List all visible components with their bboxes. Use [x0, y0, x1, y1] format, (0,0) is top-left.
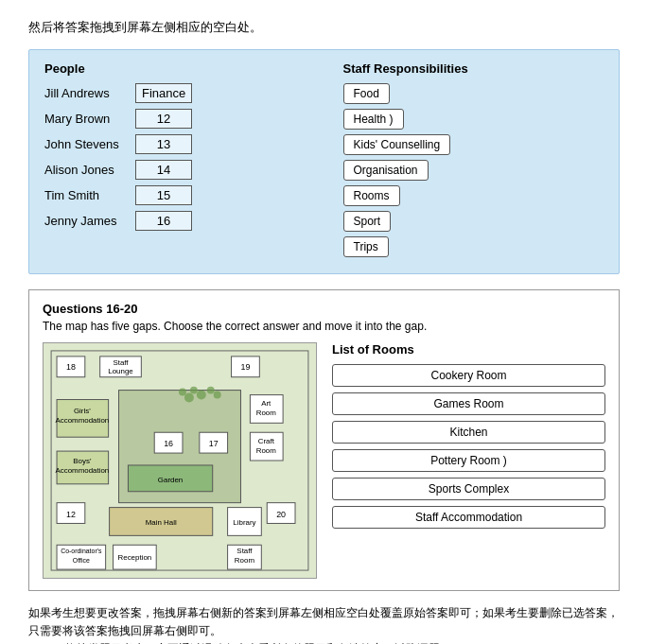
staff-header: Staff Responsibilities	[343, 61, 604, 76]
people-header: People	[44, 61, 306, 76]
person-row: Alison Jones 14	[44, 160, 306, 180]
svg-text:Craft: Craft	[258, 437, 275, 445]
svg-text:Garden: Garden	[158, 476, 183, 484]
map-area: 18 Staff Lounge 19 Girls' Accommodation …	[43, 342, 317, 579]
answer-box[interactable]: 16	[135, 211, 192, 231]
svg-text:Reception: Reception	[118, 553, 152, 562]
svg-text:Accommodation: Accommodation	[55, 466, 109, 475]
staff-accommodation-btn[interactable]: Staff Accommodation	[332, 506, 605, 529]
svg-text:18: 18	[66, 362, 76, 372]
svg-text:Main Hall: Main Hall	[146, 518, 177, 527]
rooms-header: List of Rooms	[332, 342, 605, 357]
svg-text:20: 20	[276, 510, 286, 519]
svg-point-47	[184, 393, 194, 403]
questions-title: Questions 16-20	[43, 302, 605, 316]
person-name: Mary Brown	[44, 112, 130, 126]
answer-box[interactable]: 14	[135, 160, 192, 180]
answer-box[interactable]: 13	[135, 134, 192, 154]
svg-text:Staff: Staff	[236, 547, 253, 555]
answer-box[interactable]: 12	[135, 109, 192, 129]
footer: 如果考生想要更改答案，拖拽屏幕右侧新的答案到屏幕左侧相应空白处覆盖原始答案即可；…	[28, 604, 620, 644]
person-row: Tim Smith 15	[44, 185, 306, 205]
svg-point-48	[179, 389, 186, 396]
footer-line2: TIPS：拖拽类题目考生一定要通过滑动条来查看所有的题目和备选答案，以防漏题。	[28, 640, 620, 644]
kitchen-btn[interactable]: Kitchen	[332, 421, 605, 444]
responsibility-tag[interactable]: Trips	[343, 236, 389, 257]
svg-text:Staff: Staff	[113, 358, 129, 367]
sports-complex-btn[interactable]: Sports Complex	[332, 478, 605, 500]
svg-text:Boys': Boys'	[73, 457, 92, 465]
svg-point-46	[190, 387, 198, 394]
footer-line1: 如果考生想要更改答案，拖拽屏幕右侧新的答案到屏幕左侧相应空白处覆盖原始答案即可；…	[28, 604, 620, 640]
answer-box[interactable]: Finance	[135, 83, 192, 103]
questions-desc: The map has five gaps. Choose the correc…	[43, 320, 605, 333]
svg-text:Girls': Girls'	[74, 407, 91, 415]
staff-column: Staff Responsibilities Food Health ) Kid…	[343, 61, 604, 262]
svg-text:Accommodation: Accommodation	[55, 416, 109, 425]
svg-point-49	[214, 392, 221, 399]
person-row: Jill Andrews Finance	[44, 83, 306, 103]
top-section: People Jill Andrews Finance Mary Brown 1…	[28, 49, 620, 274]
svg-text:16: 16	[164, 439, 173, 448]
svg-text:Art: Art	[261, 399, 271, 408]
svg-point-45	[207, 387, 215, 394]
responsibility-tag[interactable]: Rooms	[343, 185, 400, 206]
svg-text:Room: Room	[235, 556, 255, 565]
responsibility-tag[interactable]: Health )	[343, 109, 404, 130]
svg-point-44	[197, 391, 206, 400]
responsibility-tag[interactable]: Food	[343, 83, 390, 104]
svg-text:Room: Room	[256, 446, 277, 455]
svg-text:Office: Office	[73, 557, 90, 564]
person-row: Jenny James 16	[44, 211, 306, 231]
responsibility-tag[interactable]: Organisation	[343, 160, 429, 181]
person-row: John Stevens 13	[44, 134, 306, 154]
intro-text: 然后将答案拖拽到屏幕左侧相应的空白处。	[28, 19, 620, 36]
svg-text:19: 19	[240, 362, 250, 372]
person-name: John Stevens	[44, 137, 130, 151]
person-name: Tim Smith	[44, 188, 130, 202]
cookery-room-btn[interactable]: Cookery Room	[332, 364, 605, 387]
svg-text:12: 12	[66, 510, 76, 519]
svg-text:Lounge: Lounge	[108, 367, 133, 375]
svg-text:17: 17	[209, 439, 219, 448]
person-name: Alison Jones	[44, 163, 130, 177]
person-row: Mary Brown 12	[44, 109, 306, 129]
svg-text:Co-ordinator's: Co-ordinator's	[61, 548, 102, 554]
games-room-btn[interactable]: Games Room	[332, 392, 605, 415]
people-column: People Jill Andrews Finance Mary Brown 1…	[44, 61, 306, 262]
svg-text:Room: Room	[256, 409, 277, 417]
bottom-section: Questions 16-20 The map has five gaps. C…	[28, 289, 620, 591]
responsibility-tag[interactable]: Sport	[343, 211, 392, 232]
svg-text:Library: Library	[233, 518, 255, 527]
rooms-column: List of Rooms Cookery Room Games Room Ki…	[332, 342, 605, 579]
answer-box[interactable]: 15	[135, 185, 192, 205]
responsibility-tag[interactable]: Kids' Counselling	[343, 134, 451, 155]
person-name: Jill Andrews	[44, 86, 130, 100]
person-name: Jenny James	[44, 214, 130, 228]
staff-list: Food Health ) Kids' Counselling Organisa…	[343, 83, 604, 262]
pottery-room-btn[interactable]: Pottery Room )	[332, 449, 605, 472]
